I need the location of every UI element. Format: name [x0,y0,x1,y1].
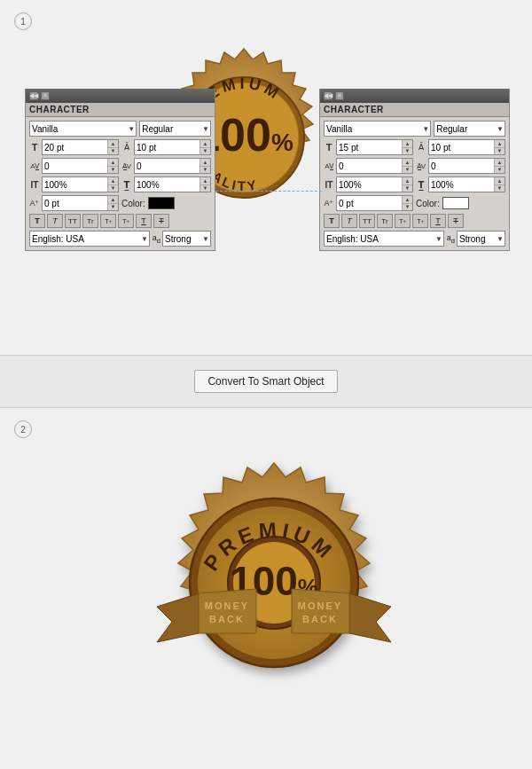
kern-icon-2: AV̲ [324,162,334,170]
vscale-down-1[interactable]: ▼ [200,185,210,192]
hscale-down-1[interactable]: ▼ [108,185,118,192]
track-input-wrap-1[interactable]: ▲ ▼ [134,158,211,174]
leading-icon-1: A̋ [121,143,132,152]
sub-btn-1[interactable]: T+ [118,214,134,228]
stamp-svg-2: PREMIUM QUALITY 100% MONEY BACK [141,443,407,726]
style-select-2[interactable]: Regular [434,121,505,137]
lang-select-wrap-1[interactable]: English: USA ▼ [29,231,150,247]
hscale-down-2[interactable]: ▼ [403,185,412,192]
sub-btn-2[interactable]: T+ [412,214,428,228]
aa-select-wrap-2[interactable]: Strong ▼ [457,231,505,247]
style-select-1[interactable]: Regular [139,121,211,137]
leading-down-1[interactable]: ▼ [200,148,210,155]
kern-down-2[interactable]: ▼ [403,167,412,174]
lang-select-wrap-2[interactable]: English: USA ▼ [324,231,444,247]
under-btn-1[interactable]: T [136,214,152,228]
track-up-1[interactable]: ▲ [200,159,210,167]
track-up-2[interactable]: ▲ [495,159,505,167]
size-up-2[interactable]: ▲ [403,140,412,148]
leading-icon-2: A̋ [416,143,426,152]
lang-select-1[interactable]: English: USA [29,231,150,247]
aa-select-wrap-1[interactable]: Strong ▼ [162,231,211,247]
color-swatch-2[interactable] [442,197,469,209]
panel-2-minimize[interactable]: ◀◀ [324,91,332,100]
vscale-down-2[interactable]: ▼ [495,185,505,192]
track-down-2[interactable]: ▼ [495,167,505,174]
size-down-1[interactable]: ▼ [108,148,118,155]
vscale-input-wrap-2[interactable]: ▲ ▼ [428,177,505,192]
leading-up-2[interactable]: ▲ [495,140,505,148]
track-arrows-1: ▲ ▼ [200,159,210,173]
track-input-wrap-2[interactable]: ▲ ▼ [428,158,505,174]
strike-btn-2[interactable]: T [448,214,464,228]
smallcaps-btn-2[interactable]: Tr [377,214,393,228]
vscale-input-wrap-1[interactable]: ▲ ▼ [134,177,211,192]
lang-row-2: English: USA ▼ ad Strong ▼ [324,231,505,247]
bold-btn-2[interactable]: T [324,214,340,228]
style-select-wrap-2[interactable]: Regular ▼ [434,121,505,137]
baseline-up-2[interactable]: ▲ [403,196,412,204]
kern-icon-1: AV̲ [29,162,40,170]
super-btn-2[interactable]: T+ [395,214,411,228]
strike-btn-1[interactable]: T [153,214,169,228]
leading-up-1[interactable]: ▲ [200,140,210,148]
size-input-wrap-2[interactable]: ▲ ▼ [336,139,413,155]
hscale-up-1[interactable]: ▲ [108,177,118,185]
track-group-2: A̲V ▲ ▼ [416,158,505,174]
convert-smart-object-button[interactable]: Convert To Smart Object [194,370,337,393]
kern-input-wrap-1[interactable]: ▲ ▼ [42,158,119,174]
svg-text:BACK: BACK [302,614,338,624]
kern-arrows-1: ▲ ▼ [107,159,118,173]
leading-down-2[interactable]: ▼ [495,148,505,155]
baseline-arrows-1: ▲ ▼ [107,196,118,210]
hscale-input-wrap-2[interactable]: ▲ ▼ [336,177,413,192]
font-select-1[interactable]: Vanilla [29,121,137,137]
kern-up-1[interactable]: ▲ [108,159,118,167]
allcaps-btn-2[interactable]: TT [359,214,375,228]
kern-up-2[interactable]: ▲ [403,159,412,167]
baseline-up-1[interactable]: ▲ [108,196,118,204]
panel-1-minimize[interactable]: ◀◀ [29,91,38,100]
color-swatch-1[interactable] [148,197,175,209]
font-select-wrap-2[interactable]: Vanilla ▼ [324,121,431,137]
italic-btn-1[interactable]: T [47,214,63,228]
lang-select-2[interactable]: English: USA [324,231,444,247]
aa-select-2[interactable]: Strong [457,231,505,247]
baseline-input-wrap-1[interactable]: ▲ ▼ [42,195,119,211]
baseline-down-1[interactable]: ▼ [108,204,118,211]
aa-label-1: ad [153,233,160,245]
bold-btn-1[interactable]: T [29,214,45,228]
hscale-input-wrap-1[interactable]: ▲ ▼ [42,177,119,192]
baseline-input-wrap-2[interactable]: ▲ ▼ [336,195,413,211]
aa-group-2: ad Strong ▼ [447,231,505,247]
font-select-wrap-1[interactable]: Vanilla ▼ [29,121,137,137]
allcaps-btn-1[interactable]: TT [65,214,81,228]
track-arrows-2: ▲ ▼ [494,159,505,173]
panel-2-close[interactable]: ✕ [335,91,344,100]
hscale-up-2[interactable]: ▲ [403,177,412,185]
style-select-wrap-1[interactable]: Regular ▼ [139,121,211,137]
track-down-1[interactable]: ▼ [200,167,210,174]
size-up-1[interactable]: ▲ [108,140,118,148]
italic-btn-2[interactable]: T [341,214,357,228]
vscale-up-2[interactable]: ▲ [495,177,505,185]
kern-down-1[interactable]: ▼ [108,167,118,174]
panel-2-body: Vanilla ▼ Regular ▼ T [320,117,509,250]
font-select-2[interactable]: Vanilla [324,121,431,137]
size-group-2: T ▲ ▼ [324,139,413,155]
baseline-down-2[interactable]: ▼ [403,204,412,211]
aa-select-1[interactable]: Strong [162,231,211,247]
under-btn-2[interactable]: T [430,214,446,228]
leading-group-1: A̋ ▲ ▼ [121,139,211,155]
size-input-wrap-1[interactable]: ▲ ▼ [42,139,119,155]
baseline-icon-2: A⁺ [324,199,334,208]
leading-input-wrap-1[interactable]: ▲ ▼ [134,139,211,155]
vscale-up-1[interactable]: ▲ [200,177,210,185]
kern-input-wrap-2[interactable]: ▲ ▼ [336,158,413,174]
hscale-icon-1: IT [29,180,40,190]
panel-1-close[interactable]: ✕ [41,91,50,100]
leading-input-wrap-2[interactable]: ▲ ▼ [428,139,505,155]
smallcaps-btn-1[interactable]: Tr [82,214,98,228]
size-down-2[interactable]: ▼ [403,148,412,155]
super-btn-1[interactable]: T+ [100,214,116,228]
